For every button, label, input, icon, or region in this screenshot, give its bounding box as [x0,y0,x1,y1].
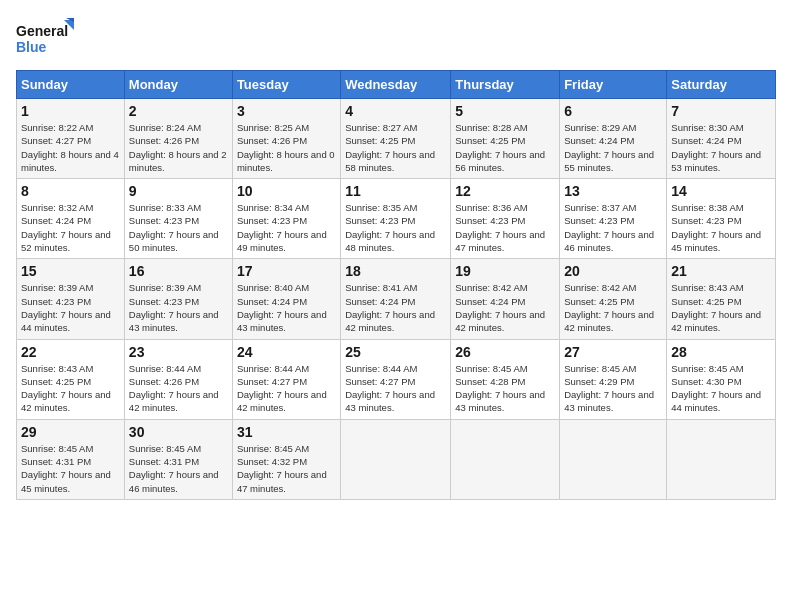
logo-svg: General Blue [16,16,76,60]
day-info: Sunrise: 8:45 AMSunset: 4:32 PMDaylight:… [237,443,327,494]
day-info: Sunrise: 8:45 AMSunset: 4:30 PMDaylight:… [671,363,761,414]
day-number: 2 [129,103,228,119]
day-info: Sunrise: 8:29 AMSunset: 4:24 PMDaylight:… [564,122,654,173]
day-number: 31 [237,424,336,440]
day-info: Sunrise: 8:22 AMSunset: 4:27 PMDaylight:… [21,122,119,173]
day-info: Sunrise: 8:34 AMSunset: 4:23 PMDaylight:… [237,202,327,253]
day-info: Sunrise: 8:41 AMSunset: 4:24 PMDaylight:… [345,282,435,333]
calendar-day: 2Sunrise: 8:24 AMSunset: 4:26 PMDaylight… [124,99,232,179]
day-info: Sunrise: 8:42 AMSunset: 4:24 PMDaylight:… [455,282,545,333]
calendar-day: 13Sunrise: 8:37 AMSunset: 4:23 PMDayligh… [560,179,667,259]
day-number: 19 [455,263,555,279]
day-info: Sunrise: 8:32 AMSunset: 4:24 PMDaylight:… [21,202,111,253]
calendar-day: 22Sunrise: 8:43 AMSunset: 4:25 PMDayligh… [17,339,125,419]
day-number: 14 [671,183,771,199]
calendar-day: 31Sunrise: 8:45 AMSunset: 4:32 PMDayligh… [232,419,340,499]
day-info: Sunrise: 8:45 AMSunset: 4:28 PMDaylight:… [455,363,545,414]
day-info: Sunrise: 8:25 AMSunset: 4:26 PMDaylight:… [237,122,335,173]
day-number: 9 [129,183,228,199]
day-number: 23 [129,344,228,360]
day-number: 4 [345,103,446,119]
calendar-day: 15Sunrise: 8:39 AMSunset: 4:23 PMDayligh… [17,259,125,339]
day-info: Sunrise: 8:37 AMSunset: 4:23 PMDaylight:… [564,202,654,253]
day-number: 5 [455,103,555,119]
calendar-day [341,419,451,499]
calendar-week: 1Sunrise: 8:22 AMSunset: 4:27 PMDaylight… [17,99,776,179]
calendar-day: 17Sunrise: 8:40 AMSunset: 4:24 PMDayligh… [232,259,340,339]
day-number: 22 [21,344,120,360]
day-number: 12 [455,183,555,199]
calendar-day: 8Sunrise: 8:32 AMSunset: 4:24 PMDaylight… [17,179,125,259]
calendar-day: 10Sunrise: 8:34 AMSunset: 4:23 PMDayligh… [232,179,340,259]
calendar-day: 21Sunrise: 8:43 AMSunset: 4:25 PMDayligh… [667,259,776,339]
header-day: Wednesday [341,71,451,99]
header-row: SundayMondayTuesdayWednesdayThursdayFrid… [17,71,776,99]
header-day: Tuesday [232,71,340,99]
header-day: Thursday [451,71,560,99]
day-info: Sunrise: 8:43 AMSunset: 4:25 PMDaylight:… [671,282,761,333]
day-number: 6 [564,103,662,119]
day-number: 27 [564,344,662,360]
calendar-week: 29Sunrise: 8:45 AMSunset: 4:31 PMDayligh… [17,419,776,499]
calendar-day: 19Sunrise: 8:42 AMSunset: 4:24 PMDayligh… [451,259,560,339]
day-number: 24 [237,344,336,360]
day-info: Sunrise: 8:38 AMSunset: 4:23 PMDaylight:… [671,202,761,253]
day-info: Sunrise: 8:27 AMSunset: 4:25 PMDaylight:… [345,122,435,173]
calendar-day: 14Sunrise: 8:38 AMSunset: 4:23 PMDayligh… [667,179,776,259]
day-info: Sunrise: 8:45 AMSunset: 4:31 PMDaylight:… [21,443,111,494]
calendar-day: 25Sunrise: 8:44 AMSunset: 4:27 PMDayligh… [341,339,451,419]
calendar-day: 3Sunrise: 8:25 AMSunset: 4:26 PMDaylight… [232,99,340,179]
calendar-day: 7Sunrise: 8:30 AMSunset: 4:24 PMDaylight… [667,99,776,179]
header-day: Monday [124,71,232,99]
day-info: Sunrise: 8:36 AMSunset: 4:23 PMDaylight:… [455,202,545,253]
logo: General Blue [16,16,76,60]
day-info: Sunrise: 8:45 AMSunset: 4:31 PMDaylight:… [129,443,219,494]
day-info: Sunrise: 8:24 AMSunset: 4:26 PMDaylight:… [129,122,227,173]
day-number: 25 [345,344,446,360]
calendar-day: 9Sunrise: 8:33 AMSunset: 4:23 PMDaylight… [124,179,232,259]
day-number: 26 [455,344,555,360]
header-day: Friday [560,71,667,99]
day-number: 30 [129,424,228,440]
day-info: Sunrise: 8:39 AMSunset: 4:23 PMDaylight:… [129,282,219,333]
day-number: 8 [21,183,120,199]
calendar-table: SundayMondayTuesdayWednesdayThursdayFrid… [16,70,776,500]
calendar-day [560,419,667,499]
calendar-day: 18Sunrise: 8:41 AMSunset: 4:24 PMDayligh… [341,259,451,339]
day-number: 1 [21,103,120,119]
day-info: Sunrise: 8:33 AMSunset: 4:23 PMDaylight:… [129,202,219,253]
calendar-week: 22Sunrise: 8:43 AMSunset: 4:25 PMDayligh… [17,339,776,419]
day-number: 13 [564,183,662,199]
calendar-week: 8Sunrise: 8:32 AMSunset: 4:24 PMDaylight… [17,179,776,259]
calendar-day: 1Sunrise: 8:22 AMSunset: 4:27 PMDaylight… [17,99,125,179]
day-number: 7 [671,103,771,119]
day-info: Sunrise: 8:30 AMSunset: 4:24 PMDaylight:… [671,122,761,173]
calendar-day [667,419,776,499]
day-number: 20 [564,263,662,279]
calendar-day: 26Sunrise: 8:45 AMSunset: 4:28 PMDayligh… [451,339,560,419]
calendar-day: 12Sunrise: 8:36 AMSunset: 4:23 PMDayligh… [451,179,560,259]
day-number: 16 [129,263,228,279]
day-number: 10 [237,183,336,199]
day-number: 28 [671,344,771,360]
header-day: Sunday [17,71,125,99]
day-info: Sunrise: 8:43 AMSunset: 4:25 PMDaylight:… [21,363,111,414]
calendar-day: 29Sunrise: 8:45 AMSunset: 4:31 PMDayligh… [17,419,125,499]
calendar-week: 15Sunrise: 8:39 AMSunset: 4:23 PMDayligh… [17,259,776,339]
calendar-body: 1Sunrise: 8:22 AMSunset: 4:27 PMDaylight… [17,99,776,500]
day-number: 11 [345,183,446,199]
day-number: 17 [237,263,336,279]
calendar-day: 20Sunrise: 8:42 AMSunset: 4:25 PMDayligh… [560,259,667,339]
svg-text:General: General [16,23,68,39]
day-info: Sunrise: 8:40 AMSunset: 4:24 PMDaylight:… [237,282,327,333]
calendar-day: 27Sunrise: 8:45 AMSunset: 4:29 PMDayligh… [560,339,667,419]
day-info: Sunrise: 8:44 AMSunset: 4:27 PMDaylight:… [345,363,435,414]
day-info: Sunrise: 8:44 AMSunset: 4:27 PMDaylight:… [237,363,327,414]
calendar-day: 23Sunrise: 8:44 AMSunset: 4:26 PMDayligh… [124,339,232,419]
day-number: 15 [21,263,120,279]
calendar-day: 4Sunrise: 8:27 AMSunset: 4:25 PMDaylight… [341,99,451,179]
calendar-day: 16Sunrise: 8:39 AMSunset: 4:23 PMDayligh… [124,259,232,339]
day-number: 18 [345,263,446,279]
calendar-day: 6Sunrise: 8:29 AMSunset: 4:24 PMDaylight… [560,99,667,179]
day-info: Sunrise: 8:35 AMSunset: 4:23 PMDaylight:… [345,202,435,253]
